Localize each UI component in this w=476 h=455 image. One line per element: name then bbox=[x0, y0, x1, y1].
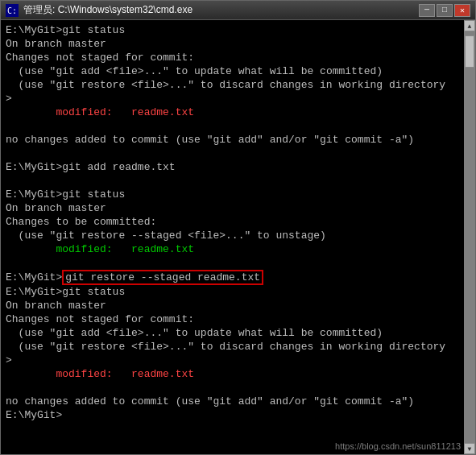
terminal-line bbox=[6, 256, 470, 270]
terminal-line: modified: readme.txt bbox=[6, 242, 470, 256]
terminal-line bbox=[6, 381, 470, 395]
terminal-line: E:\MyGit>git status bbox=[6, 188, 470, 201]
terminal-line: (use "git restore <file>..." to discard … bbox=[6, 78, 470, 92]
terminal-line: > bbox=[6, 92, 470, 105]
terminal-line: On branch master bbox=[6, 201, 470, 215]
maximize-button[interactable]: □ bbox=[437, 4, 453, 17]
terminal-line: modified: readme.txt bbox=[6, 367, 470, 381]
terminal-line: > bbox=[6, 354, 470, 367]
minimize-button[interactable]: ─ bbox=[419, 4, 435, 17]
watermark: https://blog.csdn.net/sun811213 bbox=[335, 441, 461, 451]
terminal-line: Changes not staged for commit: bbox=[6, 51, 470, 64]
terminal-line: (use "git add <file>..." to update what … bbox=[6, 326, 470, 340]
terminal-line bbox=[6, 119, 470, 133]
close-button[interactable]: ✕ bbox=[454, 4, 470, 17]
window-title: 管理员: C:\Windows\system32\cmd.exe bbox=[23, 3, 419, 17]
terminal-line: E:\MyGit>git status bbox=[6, 285, 470, 299]
scrollbar[interactable]: ▲ ▼ bbox=[464, 20, 475, 454]
terminal-line bbox=[6, 147, 470, 160]
terminal-line: E:\MyGit>git add readme.txt bbox=[6, 160, 470, 174]
terminal-line: (use "git restore --staged <file>..." to… bbox=[6, 229, 470, 242]
scrollbar-thumb[interactable] bbox=[465, 35, 474, 68]
scroll-down-button[interactable]: ▼ bbox=[464, 443, 475, 454]
svg-text:C:: C: bbox=[7, 6, 17, 15]
window-controls: ─ □ ✕ bbox=[419, 4, 470, 17]
terminal-line: E:\MyGit>git status bbox=[6, 23, 470, 37]
terminal-line: modified: readme.txt bbox=[6, 105, 470, 119]
scroll-up-button[interactable]: ▲ bbox=[464, 20, 475, 31]
terminal-body: E:\MyGit>git status On branch master Cha… bbox=[1, 20, 475, 454]
terminal-line: On branch master bbox=[6, 37, 470, 51]
terminal-line-highlighted: E:\MyGit>git restore --staged readme.txt bbox=[6, 270, 470, 285]
terminal-line: Changes not staged for commit: bbox=[6, 312, 470, 326]
terminal-line: E:\MyGit> bbox=[6, 408, 470, 422]
scrollbar-track[interactable] bbox=[464, 31, 475, 443]
terminal-line: no changes added to commit (use "git add… bbox=[6, 395, 470, 408]
cmd-icon: C: bbox=[6, 4, 19, 17]
terminal-line: no changes added to commit (use "git add… bbox=[6, 133, 470, 147]
terminal-line: (use "git restore <file>..." to discard … bbox=[6, 340, 470, 354]
window: C: 管理员: C:\Windows\system32\cmd.exe ─ □ … bbox=[0, 0, 476, 455]
terminal-line: On branch master bbox=[6, 299, 470, 312]
titlebar: C: 管理员: C:\Windows\system32\cmd.exe ─ □ … bbox=[1, 1, 475, 20]
terminal-line: (use "git add <file>..." to update what … bbox=[6, 64, 470, 78]
terminal-line bbox=[6, 174, 470, 188]
terminal-line: Changes to be committed: bbox=[6, 215, 470, 229]
